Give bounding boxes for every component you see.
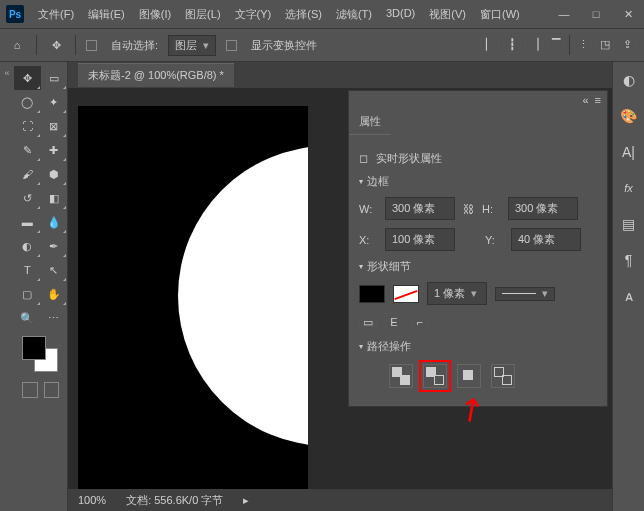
options-bar: ⌂ ✥ 自动选择: 图层 显示变换控件 ▏ ┇ ▕ ▔ ⋮ ◳ ⇪ <box>0 28 644 62</box>
x-input[interactable]: 100 像素 <box>385 228 455 251</box>
menu-view[interactable]: 视图(V) <box>423 4 472 25</box>
pen-tool[interactable]: ✒ <box>41 234 68 258</box>
path-exclude-icon[interactable] <box>491 364 515 388</box>
quick-mask-icon[interactable] <box>22 382 38 398</box>
move-tool[interactable]: ✥ <box>14 66 41 90</box>
show-transform-checkbox[interactable] <box>226 40 237 51</box>
eyedropper-tool[interactable]: ✎ <box>14 138 41 162</box>
menu-select[interactable]: 选择(S) <box>279 4 328 25</box>
stroke-width-input[interactable]: 1 像素 <box>427 282 487 305</box>
color-panel-icon[interactable]: ◐ <box>619 70 639 90</box>
close-button[interactable]: ✕ <box>618 8 638 21</box>
fill-swatch[interactable] <box>359 285 385 303</box>
section-bounds[interactable]: 边框 <box>359 174 597 189</box>
expand-icon: « <box>4 68 9 78</box>
menu-filter[interactable]: 滤镜(T) <box>330 4 378 25</box>
left-collapse-strip[interactable]: « <box>0 62 14 511</box>
y-input[interactable]: 40 像素 <box>511 228 581 251</box>
document-tab[interactable]: 未标题-2 @ 100%(RGB/8) * <box>78 63 234 87</box>
type-tool[interactable]: T <box>14 258 41 282</box>
healing-tool[interactable]: ✚ <box>41 138 68 162</box>
paragraph-panel-icon[interactable]: ¶ <box>619 250 639 270</box>
align-buttons: ▏ ┇ ▕ ▔ ⋮ ◳ ⇪ <box>481 35 636 55</box>
marquee-tool[interactable]: ▭ <box>41 66 68 90</box>
auto-select-target[interactable]: 图层 <box>168 35 216 56</box>
align-top-icon[interactable]: ▔ <box>547 35 565 53</box>
3d-mode-icon[interactable]: ◳ <box>596 35 614 53</box>
magic-wand-tool[interactable]: ✦ <box>41 90 68 114</box>
menu-window[interactable]: 窗口(W) <box>474 4 526 25</box>
menu-edit[interactable]: 编辑(E) <box>82 4 131 25</box>
app-logo: Ps <box>6 5 24 23</box>
history-brush-tool[interactable]: ↺ <box>14 186 41 210</box>
section-detail[interactable]: 形状细节 <box>359 259 597 274</box>
path-select-tool[interactable]: ↖ <box>41 258 68 282</box>
brush-tool[interactable]: 🖌 <box>14 162 41 186</box>
show-transform-label: 显示变换控件 <box>251 38 317 53</box>
menu-layer[interactable]: 图层(L) <box>179 4 226 25</box>
toolbox: ✥▭ ◯✦ ⛶⊠ ✎✚ 🖌⬢ ↺◧ ▬💧 ◐✒ T↖ ▢✋ 🔍⋯ <box>14 62 68 511</box>
edit-toolbar[interactable]: ⋯ <box>41 306 68 330</box>
title-bar: Ps 文件(F) 编辑(E) 图像(I) 图层(L) 文字(Y) 选择(S) 滤… <box>0 0 644 28</box>
frame-tool[interactable]: ⊠ <box>41 114 68 138</box>
swatches-panel-icon[interactable]: 🎨 <box>619 106 639 126</box>
shape-type-label: 实时形状属性 <box>376 151 442 166</box>
chevron-right-icon[interactable]: ▸ <box>243 494 249 507</box>
distribute-icon[interactable]: ⋮ <box>574 35 592 53</box>
section-pathops[interactable]: 路径操作 <box>359 339 597 354</box>
stroke-corners-icon[interactable]: ⌐ <box>411 313 429 331</box>
shape-ellipse[interactable] <box>178 146 308 446</box>
screen-mode-icon[interactable] <box>44 382 60 398</box>
properties-panel: « ≡ 属性 ◻ 实时形状属性 边框 W: 300 像素 ⛓ H: 300 像素… <box>348 90 608 407</box>
x-label: X: <box>359 234 377 246</box>
menu-type[interactable]: 文字(Y) <box>229 4 278 25</box>
path-intersect-icon[interactable] <box>457 364 481 388</box>
dodge-tool[interactable]: ◐ <box>14 234 41 258</box>
stroke-caps-icon[interactable]: E <box>385 313 403 331</box>
document-tabs: 未标题-2 @ 100%(RGB/8) * <box>68 62 612 88</box>
lasso-tool[interactable]: ◯ <box>14 90 41 114</box>
stamp-tool[interactable]: ⬢ <box>41 162 68 186</box>
minimize-button[interactable]: — <box>554 8 574 21</box>
stroke-style-dropdown[interactable] <box>495 287 555 301</box>
stroke-swatch[interactable] <box>393 285 419 303</box>
color-swatches[interactable] <box>22 336 58 372</box>
foreground-swatch[interactable] <box>22 336 46 360</box>
menu-bar: 文件(F) 编辑(E) 图像(I) 图层(L) 文字(Y) 选择(S) 滤镜(T… <box>32 4 554 25</box>
right-panel-strip: ◐ 🎨 A| fx ▤ ¶ ᴀ <box>612 62 644 511</box>
share-icon[interactable]: ⇪ <box>618 35 636 53</box>
menu-file[interactable]: 文件(F) <box>32 4 80 25</box>
home-icon[interactable]: ⌂ <box>8 36 26 54</box>
blur-tool[interactable]: 💧 <box>41 210 68 234</box>
auto-select-label: 自动选择: <box>111 38 158 53</box>
width-input[interactable]: 300 像素 <box>385 197 455 220</box>
eraser-tool[interactable]: ◧ <box>41 186 68 210</box>
crop-tool[interactable]: ⛶ <box>14 114 41 138</box>
align-right-icon[interactable]: ▕ <box>525 35 543 53</box>
move-icon[interactable]: ✥ <box>47 36 65 54</box>
shape-tool[interactable]: ▢ <box>14 282 41 306</box>
panel-menu-icon[interactable]: ≡ <box>595 94 601 106</box>
height-input[interactable]: 300 像素 <box>508 197 578 220</box>
glyphs-panel-icon[interactable]: ᴀ <box>619 286 639 306</box>
align-left-icon[interactable]: ▏ <box>481 35 499 53</box>
auto-select-checkbox[interactable] <box>86 40 97 51</box>
gradient-tool[interactable]: ▬ <box>14 210 41 234</box>
canvas[interactable] <box>78 106 308 489</box>
properties-tab[interactable]: 属性 <box>349 109 391 135</box>
path-combine-icon[interactable] <box>389 364 413 388</box>
link-wh-icon[interactable]: ⛓ <box>463 203 474 215</box>
hand-tool[interactable]: ✋ <box>41 282 68 306</box>
stroke-align-icon[interactable]: ▭ <box>359 313 377 331</box>
zoom-level[interactable]: 100% <box>78 494 106 506</box>
styles-panel-icon[interactable]: fx <box>619 178 639 198</box>
zoom-tool[interactable]: 🔍 <box>14 306 41 330</box>
character-panel-icon[interactable]: A| <box>619 142 639 162</box>
menu-3d[interactable]: 3D(D) <box>380 4 421 25</box>
layers-panel-icon[interactable]: ▤ <box>619 214 639 234</box>
align-center-icon[interactable]: ┇ <box>503 35 521 53</box>
maximize-button[interactable]: □ <box>586 8 606 21</box>
menu-image[interactable]: 图像(I) <box>133 4 177 25</box>
path-subtract-icon[interactable] <box>423 364 447 388</box>
panel-collapse-icon[interactable]: « <box>582 94 588 106</box>
